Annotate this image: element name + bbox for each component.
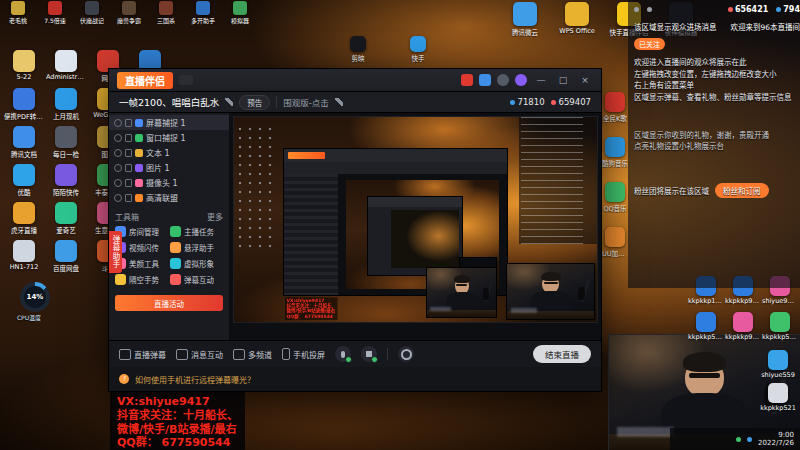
desktop-icon[interactable]: 上月现机	[46, 88, 86, 126]
desktop-icon[interactable]: 快手	[398, 36, 438, 63]
taskbar-tray[interactable]: 9:00 2022/7/26	[670, 428, 800, 450]
tool-item[interactable]: 主播任务	[170, 226, 223, 237]
preview-area: VX:shiyue9417 抖音求关注：十月船长、 微博/快手/B站录播/最右 …	[230, 113, 601, 340]
source-row[interactable]: 摄像头 1	[109, 175, 229, 190]
desktop-icon[interactable]: 百度网盘	[46, 240, 86, 278]
desktop-icon-label: shiyue559	[760, 371, 796, 379]
source-row[interactable]: 屏幕捕捉 1	[109, 115, 229, 130]
notice-button[interactable]: 预告	[239, 95, 270, 110]
desktop-icon[interactable]: shiyue559	[760, 350, 796, 379]
pin-icon[interactable]	[634, 7, 639, 12]
tool-item[interactable]: 房间管理	[115, 226, 168, 237]
gift-icon[interactable]	[461, 74, 473, 86]
mini-webcam	[506, 263, 595, 320]
desktop-icon[interactable]: 陌陌快传	[46, 164, 86, 202]
lock-icon[interactable]	[125, 119, 132, 127]
source-row[interactable]: 图片 1	[109, 160, 229, 175]
desktop-icon[interactable]: 腾讯微云	[505, 2, 545, 37]
desktop-icon[interactable]: 腾讯文档	[4, 126, 44, 164]
desktop-icon[interactable]: 7.5倍速	[39, 1, 71, 25]
canvas-camera-source[interactable]	[426, 267, 497, 318]
mic-toggle[interactable]	[335, 346, 351, 362]
desktop-icon[interactable]: WPS Office	[557, 2, 597, 37]
desktop-icon[interactable]: 虎牙直播	[4, 202, 44, 240]
tool-item[interactable]: 视频闪传	[115, 242, 168, 253]
desktop-icon[interactable]: 每日一检	[46, 126, 86, 164]
danmaku-overlay-panel[interactable]: 656421 794 该区域显示观众进场消息 欢迎来到96本直播间 已关注 欢迎…	[628, 0, 800, 288]
visibility-icon[interactable]	[114, 134, 122, 142]
stream-preview-canvas[interactable]: VX:shiyue9417 抖音求关注：十月船长、 微博/快手/B站录播/最右 …	[233, 116, 598, 323]
desktop-icon[interactable]: 便携PDF转换器	[4, 88, 44, 126]
desktop-icon[interactable]: 模拟器	[224, 1, 256, 25]
tool-item[interactable]: 弹幕互动	[170, 274, 223, 285]
footer-tip[interactable]: 如何使用手机进行远程弹幕曝光？	[135, 374, 255, 385]
tool-item[interactable]: 虚拟形象	[170, 258, 223, 269]
desktop-icon[interactable]: 魔兽争霸	[113, 1, 145, 25]
end-stream-button[interactable]: 结束直播	[533, 345, 591, 363]
lock-icon[interactable]	[125, 134, 132, 142]
desktop-icon-label: shiyue9417	[762, 297, 798, 305]
desktop-icon[interactable]: kkpkkp9558	[725, 312, 761, 348]
window-titlebar[interactable]: 直播伴侣 — □ ×	[109, 69, 601, 92]
desktop-icon-label: 模拟器	[224, 16, 256, 25]
desktop-icon[interactable]: 多开助手	[187, 1, 219, 25]
close-button[interactable]: ×	[577, 73, 593, 87]
headset-icon[interactable]	[515, 74, 527, 86]
danmaku-button[interactable]: 直播弹幕	[119, 349, 166, 360]
clock[interactable]: 9:00 2022/7/26	[758, 431, 794, 448]
calendar-icon[interactable]	[479, 74, 491, 86]
maximize-button[interactable]: □	[555, 73, 571, 87]
tool-item[interactable]: 悬浮助手	[170, 242, 223, 253]
settings-dot-icon[interactable]	[647, 7, 652, 12]
tool-item[interactable]: 美颜工具	[115, 258, 168, 269]
desktop-icon[interactable]: kkpkkp5573	[688, 312, 724, 348]
side-tag[interactable]: 弹幕助手	[109, 231, 122, 273]
edit-title-icon[interactable]	[225, 98, 233, 106]
phone-cast-button[interactable]: 手机投屏	[282, 348, 325, 360]
desktop-icon[interactable]: Administrator	[46, 50, 86, 88]
message-button[interactable]: 消息互动	[176, 349, 223, 360]
desktop-icon[interactable]: 老毛桃	[2, 1, 34, 25]
desktop-icon[interactable]: QQ音乐	[602, 182, 628, 213]
visibility-icon[interactable]	[114, 164, 122, 172]
category-label[interactable]: 围观版-点击	[283, 96, 329, 108]
multichannel-button[interactable]: 多频道	[233, 349, 272, 360]
desktop-icon-label: 全民K歌	[602, 113, 628, 123]
gear-icon	[401, 349, 412, 360]
tray-icon[interactable]	[747, 437, 752, 442]
webcam-person	[507, 264, 594, 319]
tray-icon[interactable]	[736, 437, 741, 442]
desktop-icon[interactable]: HN1-712	[4, 240, 44, 278]
desktop-icon[interactable]: kkpkkp5559	[762, 312, 798, 348]
desktop-icon[interactable]: 5-22	[4, 50, 44, 88]
desktop-icon[interactable]: UU加速器	[602, 227, 628, 258]
lock-icon[interactable]	[125, 164, 132, 172]
visibility-icon[interactable]	[114, 119, 122, 127]
lock-icon[interactable]	[125, 194, 132, 202]
edit-category-icon[interactable]	[335, 98, 343, 106]
visibility-icon[interactable]	[114, 179, 122, 187]
settings-button[interactable]	[398, 346, 414, 362]
source-row[interactable]: 窗口捕捉 1	[109, 130, 229, 145]
speaker-toggle[interactable]	[361, 346, 377, 362]
desktop-icon[interactable]: kkpkkp521	[760, 383, 796, 412]
toolbox-more-link[interactable]: 更多	[207, 211, 223, 222]
desktop-icon[interactable]: 剪映	[338, 36, 378, 63]
source-row[interactable]: 高清联盟	[109, 190, 229, 205]
fans-subscribe-button[interactable]: 粉丝和订阅	[715, 183, 769, 198]
lock-icon[interactable]	[125, 149, 132, 157]
visibility-icon[interactable]	[114, 194, 122, 202]
minimize-button[interactable]: —	[533, 73, 549, 87]
bell-icon[interactable]	[497, 74, 509, 86]
lock-icon[interactable]	[125, 179, 132, 187]
tool-item[interactable]: 隔空手势	[115, 274, 168, 285]
promo-banner[interactable]: 直播活动	[115, 295, 223, 311]
desktop-icon[interactable]: 全民K歌	[602, 92, 628, 123]
desktop-icon[interactable]: 酷狗音乐	[602, 137, 628, 168]
source-row[interactable]: 文本 1	[109, 145, 229, 160]
desktop-icon[interactable]: 三国杀	[150, 1, 182, 25]
desktop-icon[interactable]: 伏魔战记	[76, 1, 108, 25]
desktop-icon[interactable]: 爱奇艺	[46, 202, 86, 240]
desktop-icon[interactable]: 优酷	[4, 164, 44, 202]
visibility-icon[interactable]	[114, 149, 122, 157]
